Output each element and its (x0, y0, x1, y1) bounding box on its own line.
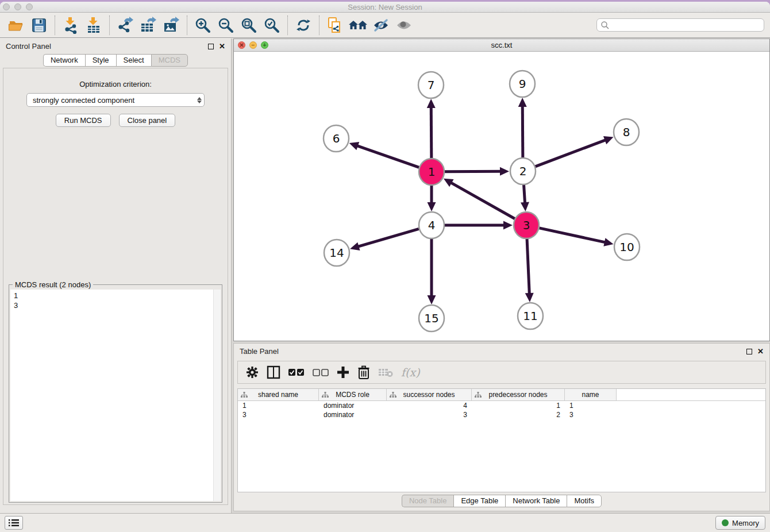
table-cell[interactable]: dominator (319, 401, 387, 410)
tab-style[interactable]: Style (85, 54, 116, 67)
zoom-in-icon[interactable] (191, 14, 214, 36)
close-panel-icon[interactable]: ✕ (219, 44, 225, 49)
result-scrollbar[interactable] (213, 290, 221, 501)
graph-node-15[interactable]: 15 (419, 305, 444, 331)
hide-panel-eye-icon[interactable] (369, 14, 392, 36)
node-label: 14 (329, 246, 344, 260)
edge-3-10[interactable] (539, 228, 606, 242)
table-cell[interactable]: 2 (472, 410, 565, 419)
criterion-dropdown[interactable]: strongly connected component (26, 93, 205, 107)
zoom-selected-icon[interactable] (260, 14, 283, 36)
edge-2-9[interactable] (522, 105, 523, 158)
network-maximize-button[interactable]: + (261, 41, 268, 49)
edge-1-7[interactable] (431, 106, 432, 159)
table-row[interactable]: 1dominator411 (238, 401, 765, 410)
edge-1-2[interactable] (445, 171, 502, 172)
import-network-icon[interactable] (59, 14, 82, 36)
refresh-layout-icon[interactable] (292, 14, 315, 36)
add-column-icon[interactable] (337, 364, 349, 381)
table-cell[interactable]: dominator (319, 410, 387, 419)
column-header-name[interactable]: name (565, 389, 617, 400)
graph-node-6[interactable]: 6 (324, 125, 349, 152)
edge-4-14[interactable] (357, 229, 419, 246)
column-header-shared-name[interactable]: shared name (238, 389, 319, 400)
close-window-button[interactable] (3, 3, 10, 10)
column-header-predecessor-nodes[interactable]: predecessor nodes (472, 389, 565, 400)
select-all-columns-icon[interactable] (288, 364, 305, 381)
copy-style-icon[interactable] (324, 14, 346, 36)
table-row[interactable]: 3dominator323 (238, 410, 765, 419)
show-panel-eye-icon[interactable] (392, 14, 415, 36)
toolbar-separator (319, 16, 319, 35)
search-field[interactable] (596, 18, 764, 32)
table-cell[interactable]: 3 (238, 410, 319, 419)
table-cell[interactable]: 1 (238, 401, 319, 410)
column-header-successor-nodes[interactable]: successor nodes (387, 389, 472, 400)
graph-node-14[interactable]: 14 (324, 240, 349, 266)
graph-node-11[interactable]: 11 (518, 303, 543, 329)
split-column-icon[interactable] (267, 364, 280, 381)
deselect-all-columns-icon[interactable] (313, 364, 329, 381)
export-network-icon[interactable] (114, 14, 137, 36)
edge-arrowhead (521, 202, 529, 211)
table-tab-node-table[interactable]: Node Table (402, 495, 454, 507)
edge-2-3[interactable] (523, 184, 525, 204)
table-settings-gear-icon[interactable] (246, 364, 259, 381)
table-cell[interactable]: 3 (387, 410, 472, 419)
export-image-icon[interactable] (160, 14, 183, 36)
run-mcds-button[interactable]: Run MCDS (56, 114, 111, 127)
import-table-icon[interactable] (82, 14, 105, 36)
graph-node-10[interactable]: 10 (614, 234, 640, 260)
table-panel-tabs: Node TableEdge TableNetwork TableMotifs (234, 495, 769, 507)
table-cell[interactable]: 1 (565, 401, 617, 410)
edge-2-8[interactable] (536, 140, 607, 167)
edge-arrowhead (427, 99, 436, 108)
table-cell[interactable]: 1 (472, 401, 565, 410)
table-tab-network-table[interactable]: Network Table (505, 495, 567, 507)
search-input[interactable] (610, 20, 764, 30)
network-canvas[interactable]: 1234678910111415 (234, 52, 769, 341)
graph-node-3[interactable]: 3 (514, 212, 539, 238)
graph-node-8[interactable]: 8 (614, 119, 639, 145)
home-layout-icon[interactable] (346, 14, 369, 36)
list-icon (9, 519, 19, 527)
table-cell[interactable]: 4 (387, 401, 472, 410)
network-minimize-button[interactable]: − (249, 41, 257, 49)
tab-select[interactable]: Select (116, 54, 151, 67)
network-close-button[interactable]: ✕ (238, 41, 245, 49)
delete-column-trash-icon[interactable] (357, 364, 370, 381)
save-session-icon[interactable] (28, 14, 51, 36)
edge-3-11[interactable] (527, 238, 529, 295)
float-panel-icon[interactable] (208, 44, 214, 49)
task-history-button[interactable] (5, 516, 23, 530)
graph-node-9[interactable]: 9 (510, 71, 535, 97)
zoom-out-icon[interactable] (214, 14, 237, 36)
maximize-window-button[interactable] (26, 3, 33, 10)
table-tab-motifs[interactable]: Motifs (567, 495, 602, 507)
graph-node-4[interactable]: 4 (419, 212, 444, 238)
float-table-panel-icon[interactable] (746, 349, 752, 354)
memory-button[interactable]: Memory (715, 516, 765, 530)
close-table-panel-icon[interactable]: ✕ (757, 349, 764, 354)
graph-node-7[interactable]: 7 (418, 72, 444, 98)
column-header-MCDS-role[interactable]: MCDS role (319, 389, 387, 400)
graph-node-1[interactable]: 1 (419, 159, 444, 185)
tab-mcds[interactable]: MCDS (151, 54, 188, 67)
node-label: 7 (428, 78, 435, 92)
tab-network[interactable]: Network (43, 54, 85, 67)
node-label: 15 (424, 311, 438, 325)
edge-arrowhead (428, 202, 436, 211)
edge-3-1[interactable] (450, 182, 515, 219)
minimize-window-button[interactable] (14, 3, 21, 10)
graph-node-2[interactable]: 2 (510, 158, 536, 184)
edge-1-6[interactable] (356, 145, 419, 167)
export-table-icon[interactable] (137, 14, 160, 36)
open-folder-icon[interactable] (5, 14, 28, 36)
zoom-fit-icon[interactable] (237, 14, 260, 36)
main-toolbar (0, 13, 770, 38)
table-tab-edge-table[interactable]: Edge Table (453, 495, 505, 507)
table-cell[interactable]: 3 (565, 410, 617, 419)
close-panel-button[interactable]: Close panel (119, 114, 176, 127)
edge-arrowhead (350, 242, 360, 250)
toolbar-separator (55, 16, 55, 35)
